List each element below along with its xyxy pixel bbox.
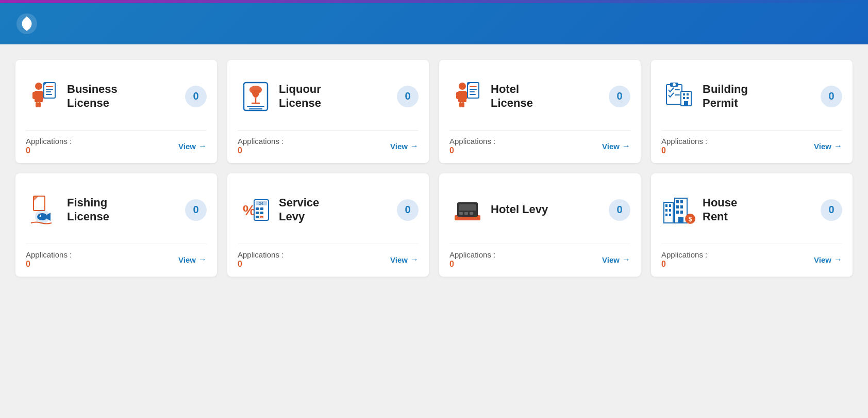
card-bottom-building-permit: Applications : 0 View → [661, 137, 842, 155]
logo-area [15, 12, 45, 36]
svg-rect-24 [468, 83, 479, 98]
svg-rect-16 [247, 106, 264, 107]
view-link-hotel-license[interactable]: View → [602, 141, 630, 151]
card-building-permit: BuildingPermit 0 Applications : 0 View → [651, 60, 853, 163]
applications-area-business-license: Applications : 0 [26, 137, 72, 155]
svg-rect-25 [470, 86, 477, 87]
card-top-fishing-license: FishingLicense 0 [26, 184, 207, 236]
view-label-hotel-levy: View [602, 255, 620, 264]
svg-rect-60 [464, 212, 468, 215]
card-bottom-liquour-license: Applications : 0 View → [238, 137, 419, 155]
svg-rect-73 [680, 205, 683, 208]
view-label-house-rent: View [814, 255, 831, 264]
applications-label-fishing-license: Applications : [26, 250, 72, 259]
applications-count-fishing-license: 0 [26, 260, 30, 268]
svg-rect-17 [249, 108, 262, 109]
svg-text:+: + [261, 216, 263, 219]
view-label-service-levy: View [390, 255, 408, 264]
applications-area-hotel-license: Applications : 0 [449, 137, 495, 155]
svg-rect-74 [676, 211, 679, 214]
svg-rect-67 [665, 214, 667, 216]
card-top-liquour-license: LiquourLicense 0 [238, 70, 419, 122]
view-link-service-levy[interactable]: View → [390, 255, 419, 264]
card-icon-liquour-license [238, 78, 274, 115]
svg-rect-5 [36, 102, 38, 107]
view-link-fishing-license[interactable]: View → [178, 255, 207, 264]
card-icon-title-hotel-license: HotelLicense [449, 78, 533, 115]
card-icon-business-license [26, 78, 62, 115]
applications-area-hotel-levy: Applications : 0 [449, 250, 495, 269]
card-bottom-hotel-levy: Applications : 0 View → [449, 250, 630, 269]
applications-area-liquour-license: Applications : 0 [238, 137, 283, 155]
svg-point-31 [673, 83, 676, 86]
view-link-hotel-levy[interactable]: View → [602, 255, 630, 264]
card-icon-fishing-license [26, 192, 62, 228]
svg-rect-6 [38, 102, 41, 107]
svg-rect-52 [260, 212, 263, 214]
svg-rect-38 [687, 97, 689, 99]
svg-rect-70 [676, 200, 679, 203]
applications-area-building-permit: Applications : 0 [661, 137, 707, 155]
card-title-fishing-license: FishingLicense [67, 196, 109, 223]
card-top-business-license: BusinessLicense 0 [26, 70, 207, 122]
card-hotel-levy: Hotel Levy 0 Applications : 0 View → [439, 173, 641, 277]
card-divider-building-permit [661, 130, 842, 131]
svg-rect-50 [260, 207, 263, 210]
card-title-hotel-license: HotelLicense [491, 83, 533, 110]
card-icon-hotel-levy [449, 192, 486, 228]
card-bottom-house-rent: Applications : 0 View → [661, 250, 842, 269]
applications-label-hotel-levy: Applications : [449, 250, 495, 259]
card-badge-liquour-license: 0 [397, 86, 419, 107]
svg-text:$: $ [689, 216, 692, 223]
card-bottom-business-license: Applications : 0 View → [26, 137, 207, 155]
card-divider-fishing-license [26, 244, 207, 244]
svg-rect-7 [44, 83, 55, 98]
card-divider-hotel-license [449, 130, 630, 131]
card-liquour-license: LiquourLicense 0 Applications : 0 View → [227, 60, 429, 163]
view-link-building-permit[interactable]: View → [814, 141, 842, 151]
view-arrow-service-levy: → [410, 255, 419, 264]
card-hotel-license: HotelLicense 0 Applications : 0 View → [439, 60, 641, 163]
svg-rect-28 [470, 94, 476, 95]
card-badge-hotel-levy: 0 [609, 199, 630, 221]
applications-count-building-permit: 0 [661, 146, 666, 155]
svg-rect-35 [683, 93, 685, 95]
card-top-service-levy: % 24 + ServiceLevy 0 [238, 184, 419, 236]
view-link-liquour-license[interactable]: View → [390, 141, 419, 151]
svg-rect-53 [256, 216, 259, 218]
svg-rect-36 [687, 93, 689, 95]
svg-rect-61 [470, 212, 473, 215]
view-link-house-rent[interactable]: View → [814, 255, 842, 264]
svg-rect-37 [683, 97, 685, 99]
card-badge-fishing-license: 0 [185, 199, 207, 221]
svg-rect-22 [459, 102, 462, 107]
card-title-liquour-license: LiquourLicense [279, 83, 321, 110]
view-label-fishing-license: View [178, 255, 196, 264]
view-label-hotel-license: View [602, 142, 620, 151]
view-link-business-license[interactable]: View → [178, 141, 207, 151]
svg-rect-71 [680, 200, 683, 203]
svg-rect-27 [470, 91, 475, 92]
card-bottom-service-levy: Applications : 0 View → [238, 250, 419, 269]
card-divider-liquour-license [238, 130, 419, 131]
svg-rect-58 [459, 204, 476, 211]
card-badge-house-rent: 0 [821, 199, 842, 221]
applications-label-business-license: Applications : [26, 137, 72, 146]
card-icon-title-service-levy: % 24 + ServiceLevy [238, 192, 319, 228]
svg-rect-68 [669, 214, 671, 216]
applications-area-fishing-license: Applications : 0 [26, 250, 72, 269]
svg-rect-64 [669, 204, 671, 207]
svg-point-1 [35, 83, 42, 90]
applications-count-house-rent: 0 [661, 260, 666, 268]
card-badge-hotel-license: 0 [609, 86, 630, 107]
applications-label-hotel-license: Applications : [449, 137, 495, 146]
applications-label-service-levy: Applications : [238, 250, 283, 259]
card-icon-service-levy: % 24 + [238, 192, 274, 228]
header [0, 3, 868, 44]
card-icon-title-liquour-license: LiquourLicense [238, 78, 321, 115]
svg-rect-39 [684, 101, 688, 106]
svg-rect-11 [46, 94, 52, 95]
card-title-house-rent: HouseRent [703, 196, 737, 223]
card-icon-title-house-rent: $ HouseRent [661, 192, 737, 228]
svg-rect-63 [665, 204, 667, 207]
